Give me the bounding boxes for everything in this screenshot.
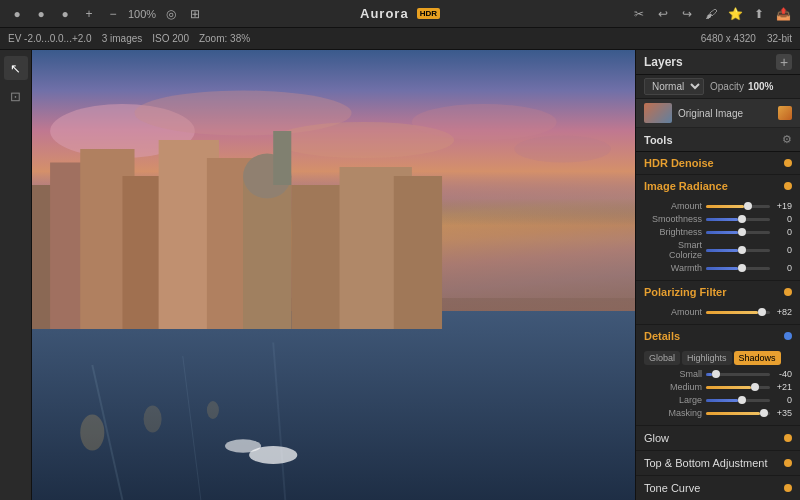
brightness-fill xyxy=(706,231,738,234)
window-minimize-icon[interactable]: ● xyxy=(32,5,50,23)
shadows-tab[interactable]: Shadows xyxy=(734,351,781,365)
medium-slider[interactable] xyxy=(706,386,770,389)
polarizing-amount-value: +82 xyxy=(774,307,792,317)
smoothness-thumb[interactable] xyxy=(738,215,746,223)
masking-label: Masking xyxy=(644,408,702,418)
svg-rect-16 xyxy=(243,176,291,329)
medium-thumb[interactable] xyxy=(751,383,759,391)
smoothness-fill xyxy=(706,218,738,221)
window-close-icon[interactable]: ● xyxy=(8,5,26,23)
details-title: Details xyxy=(644,330,784,342)
smart-colorize-row: Smart Colorize 0 xyxy=(644,240,792,260)
layer-item[interactable]: Original Image xyxy=(636,99,800,128)
export-icon[interactable]: 📤 xyxy=(774,5,792,23)
details-header[interactable]: Details xyxy=(636,325,800,347)
svg-point-25 xyxy=(144,406,162,433)
global-tab[interactable]: Global xyxy=(644,351,680,365)
window-maximize-icon[interactable]: ● xyxy=(56,5,74,23)
top-bottom-row[interactable]: Top & Bottom Adjustment xyxy=(636,451,800,476)
large-slider[interactable] xyxy=(706,399,770,402)
warmth-slider[interactable] xyxy=(706,267,770,270)
brightness-row: Brightness 0 xyxy=(644,227,792,237)
brush-icon[interactable]: 🖌 xyxy=(702,5,720,23)
share-icon[interactable]: ⬆ xyxy=(750,5,768,23)
small-row: Small -40 xyxy=(644,369,792,379)
top-bottom-dot xyxy=(784,459,792,467)
grid-icon[interactable]: ⊞ xyxy=(186,5,204,23)
glow-title: Glow xyxy=(644,432,784,444)
minus-icon[interactable]: − xyxy=(104,5,122,23)
second-bar: EV -2.0...0.0...+2.0 3 images ISO 200 Zo… xyxy=(0,28,800,50)
top-bar-left: ● ● ● + − 100% ◎ ⊞ xyxy=(8,5,360,23)
smart-colorize-value: 0 xyxy=(774,245,792,255)
hdr-denoise-header[interactable]: HDR Denoise xyxy=(636,152,800,174)
large-label: Large xyxy=(644,395,702,405)
warmth-thumb[interactable] xyxy=(738,264,746,272)
warmth-fill xyxy=(706,267,738,270)
tone-curve-dot xyxy=(784,484,792,492)
add-layer-button[interactable]: + xyxy=(776,54,792,70)
scissors-icon[interactable]: ✂ xyxy=(630,5,648,23)
details-section: Details Global Highlights Shadows Small … xyxy=(636,325,800,426)
zoom-info[interactable]: Zoom: 38% xyxy=(199,33,250,44)
small-slider[interactable] xyxy=(706,373,770,376)
small-thumb[interactable] xyxy=(712,370,720,378)
tone-curve-row[interactable]: Tone Curve xyxy=(636,476,800,500)
svg-point-5 xyxy=(514,136,610,163)
polarizing-filter-header[interactable]: Polarizing Filter xyxy=(636,281,800,303)
large-thumb[interactable] xyxy=(738,396,746,404)
eye-icon[interactable]: ◎ xyxy=(162,5,180,23)
redo-icon[interactable]: ↪ xyxy=(678,5,696,23)
blend-mode-select[interactable]: Normal xyxy=(644,78,704,95)
details-dot xyxy=(784,332,792,340)
cursor-tool[interactable]: ↖ xyxy=(4,56,28,80)
glow-row[interactable]: Glow xyxy=(636,426,800,451)
svg-point-26 xyxy=(207,401,219,419)
top-bottom-title: Top & Bottom Adjustment xyxy=(644,457,784,469)
main-content: ↖ ⊡ xyxy=(0,50,800,500)
amount-row: Amount +19 xyxy=(644,201,792,211)
right-panel: Layers + Normal Opacity 100% Original Im… xyxy=(635,50,800,500)
smoothness-slider[interactable] xyxy=(706,218,770,221)
warmth-label: Warmth xyxy=(644,263,702,273)
app-logo: Aurora xyxy=(360,6,409,21)
svg-point-4 xyxy=(412,104,557,140)
image-panel xyxy=(32,50,635,500)
image-radiance-title: Image Radiance xyxy=(644,180,784,192)
tools-header[interactable]: Tools ⚙ xyxy=(636,128,800,152)
layer-thumbnail xyxy=(644,103,672,123)
masking-slider[interactable] xyxy=(706,412,770,415)
amount-slider[interactable] xyxy=(706,205,770,208)
brightness-value: 0 xyxy=(774,227,792,237)
smart-colorize-slider[interactable] xyxy=(706,249,770,252)
glow-dot xyxy=(784,434,792,442)
iso-info: ISO 200 xyxy=(152,33,189,44)
masking-thumb[interactable] xyxy=(760,409,768,417)
gear-icon[interactable]: ⚙ xyxy=(782,133,792,146)
amount-thumb[interactable] xyxy=(744,202,752,210)
add-icon[interactable]: + xyxy=(80,5,98,23)
crop-tool[interactable]: ⊡ xyxy=(4,84,28,108)
left-toolbar: ↖ ⊡ xyxy=(0,50,32,500)
details-content: Global Highlights Shadows Small -40 Medi… xyxy=(636,347,800,425)
svg-point-23 xyxy=(225,439,261,453)
small-value: -40 xyxy=(774,369,792,379)
opacity-label: Opacity xyxy=(710,81,744,92)
highlights-tab[interactable]: Highlights xyxy=(682,351,732,365)
layers-header: Layers + xyxy=(636,50,800,75)
brightness-label: Brightness xyxy=(644,227,702,237)
image-radiance-header[interactable]: Image Radiance xyxy=(636,175,800,197)
svg-point-24 xyxy=(80,415,104,451)
smart-colorize-fill xyxy=(706,249,738,252)
venice-svg xyxy=(32,50,635,500)
star-icon[interactable]: ⭐ xyxy=(726,5,744,23)
undo-icon[interactable]: ↩ xyxy=(654,5,672,23)
brightness-thumb[interactable] xyxy=(738,228,746,236)
warmth-row: Warmth 0 xyxy=(644,263,792,273)
smart-colorize-thumb[interactable] xyxy=(738,246,746,254)
hdr-denoise-title: HDR Denoise xyxy=(644,157,784,169)
brightness-slider[interactable] xyxy=(706,231,770,234)
top-bar-center: Aurora HDR xyxy=(360,6,440,21)
polarizing-amount-slider[interactable] xyxy=(706,311,770,314)
polarizing-amount-thumb[interactable] xyxy=(758,308,766,316)
